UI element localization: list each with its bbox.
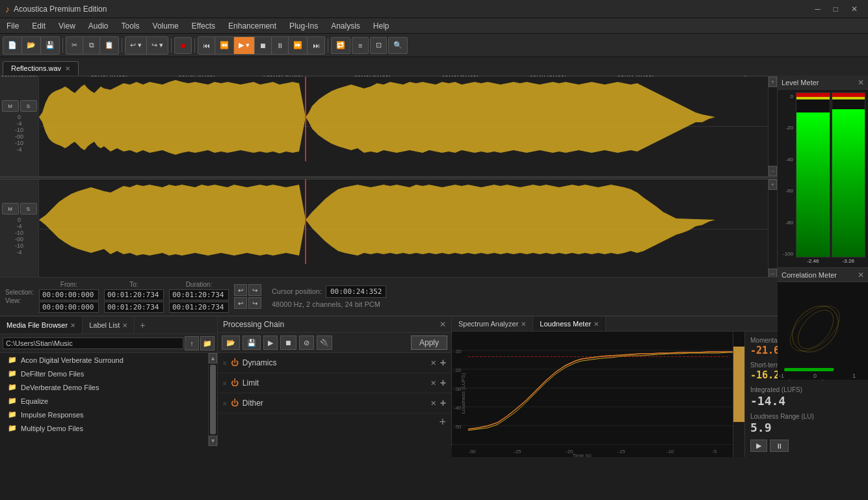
view-duration-input[interactable] (169, 302, 229, 313)
view-from-input[interactable] (39, 302, 99, 313)
play-button[interactable]: ▶ ▾ (234, 37, 255, 54)
stop-button[interactable]: ⏹ (255, 37, 272, 54)
close-button[interactable]: ✕ (846, 3, 863, 15)
spectrum-close-icon[interactable]: ✕ (521, 321, 526, 328)
cut-button[interactable]: ✂ (66, 37, 83, 54)
menu-edit[interactable]: Edit (25, 20, 52, 32)
chain-save-button[interactable]: 💾 (243, 336, 261, 350)
undo-button[interactable]: ↩ ▾ (125, 37, 147, 54)
loudness-play-button[interactable]: ▶ (750, 440, 767, 452)
chain-stop-button[interactable]: ⏹ (280, 336, 296, 350)
view-to-input[interactable] (104, 302, 164, 313)
menu-file[interactable]: File (0, 20, 25, 32)
drag-handle-2[interactable]: ≡ (223, 380, 227, 387)
folder-item-4[interactable]: 📁 Equalize (0, 394, 208, 408)
menu-view[interactable]: View (52, 20, 82, 32)
zoom-in-button[interactable]: + (769, 77, 777, 87)
list-scroll-down[interactable]: ▼ (209, 436, 217, 446)
maximize-button[interactable]: □ (828, 3, 843, 15)
folder-item-1[interactable]: 📁 Acon Digital Verberate Surround (0, 353, 208, 367)
path-browse-button[interactable]: 📁 (200, 336, 215, 350)
selection-duration-input[interactable] (169, 289, 229, 300)
power-btn-3[interactable]: ⏻ (231, 399, 239, 408)
zoom-in2-button[interactable]: + (769, 179, 777, 190)
chain-add-after-3[interactable]: + (440, 397, 446, 409)
track2-mute[interactable]: M (2, 203, 19, 215)
new-button[interactable]: 📄 (3, 37, 22, 54)
track-1-waveform[interactable] (39, 77, 768, 176)
menu-audio[interactable]: Audio (82, 20, 115, 32)
zoom-tool-button[interactable]: 🔍 (388, 37, 408, 54)
menu-plugins[interactable]: Plug-Ins (283, 20, 324, 32)
selection-to-input[interactable] (104, 289, 164, 300)
power-btn-2[interactable]: ⏻ (231, 378, 239, 388)
select-tool-button[interactable]: ⊡ (370, 37, 387, 54)
menu-help[interactable]: Help (367, 20, 396, 32)
spectrum-tab[interactable]: Spectrum Analyzer ✕ (452, 317, 533, 331)
rewind-button[interactable]: ⏪ (215, 37, 234, 54)
menu-effects[interactable]: Effects (185, 20, 222, 32)
loop-button[interactable]: 🔁 (331, 37, 350, 54)
correlation-close[interactable]: ✕ (858, 270, 864, 280)
to-end-button[interactable]: ⏭ (308, 37, 324, 54)
track2-solo[interactable]: S (20, 203, 37, 215)
level-meter-close[interactable]: ✕ (858, 78, 864, 87)
chain-item-dynamics[interactable]: ≡ ⏻ Dynamics ✕ + (218, 353, 451, 373)
view-redo-button[interactable]: ↪ (248, 297, 261, 309)
view-undo-button[interactable]: ↩ (234, 297, 247, 309)
paste-button[interactable]: 📋 (100, 37, 118, 54)
drag-handle-3[interactable]: ≡ (223, 400, 227, 407)
drag-handle-1[interactable]: ≡ (223, 360, 227, 367)
zoom-out2-button[interactable]: − (769, 269, 777, 277)
track1-solo[interactable]: S (20, 100, 37, 112)
label-list-close-icon[interactable]: ✕ (122, 322, 127, 329)
minimize-button[interactable]: ─ (809, 3, 826, 15)
list-scroll-thumb[interactable] (210, 365, 216, 434)
mix-button[interactable]: ≡ (352, 37, 369, 54)
copy-button[interactable]: ⧉ (83, 37, 100, 54)
save-button[interactable]: 💾 (41, 37, 59, 54)
audio-tab[interactable]: Reflections.wav ✕ (3, 61, 79, 75)
chain-add-after-1[interactable]: + (440, 357, 446, 369)
folder-item-2[interactable]: 📁 DeFilter Demo Files (0, 367, 208, 380)
apply-button[interactable]: Apply (411, 336, 447, 350)
tab-close-icon[interactable]: ✕ (65, 65, 70, 72)
chain-play-button[interactable]: ▶ (263, 336, 278, 350)
chain-add-new-button[interactable]: + (439, 416, 446, 428)
menu-volume[interactable]: Volume (146, 20, 185, 32)
sel-redo-button[interactable]: ↪ (248, 284, 261, 296)
chain-open-button[interactable]: 📂 (222, 336, 240, 350)
zoom-out-button[interactable]: − (769, 166, 777, 176)
path-input[interactable] (3, 337, 183, 349)
media-browser-tab[interactable]: Media File Browser ✕ (0, 317, 83, 334)
pause-button[interactable]: ⏸ (272, 37, 289, 54)
to-start-button[interactable]: ⏮ (198, 37, 215, 54)
fast-forward-button[interactable]: ⏩ (289, 37, 308, 54)
selection-from-input[interactable] (39, 289, 99, 300)
folder-item-5[interactable]: 📁 Impulse Responses (0, 408, 208, 421)
power-btn-1[interactable]: ⏻ (231, 358, 239, 367)
track-2-waveform[interactable] (39, 179, 768, 277)
chain-item-dither[interactable]: ≡ ⏻ Dither ✕ + (218, 393, 451, 414)
track1-mute[interactable]: M (2, 100, 19, 112)
chain-bypass-button[interactable]: ⊘ (299, 336, 314, 350)
chain-close-icon[interactable]: ✕ (440, 320, 446, 329)
redo-button[interactable]: ↪ ▾ (147, 37, 168, 54)
loudness-tab[interactable]: Loudness Meter ✕ (533, 317, 606, 331)
open-button[interactable]: 📂 (22, 37, 41, 54)
add-panel-tab-button[interactable]: + (135, 317, 150, 334)
menu-tools[interactable]: Tools (115, 20, 146, 32)
chain-remove-2[interactable]: ✕ (430, 379, 436, 388)
record-button[interactable]: ⏺ (174, 37, 192, 54)
chain-remove-3[interactable]: ✕ (430, 399, 436, 408)
label-list-tab[interactable]: Label List ✕ (83, 317, 135, 334)
menu-enhancement[interactable]: Enhancement (222, 20, 283, 32)
folder-item-3[interactable]: 📁 DeVerberate Demo Files (0, 380, 208, 394)
loudness-pause-button[interactable]: ⏸ (770, 440, 789, 452)
folder-item-6[interactable]: 📁 Multiply Demo Files (0, 421, 208, 435)
media-browser-close-icon[interactable]: ✕ (70, 322, 75, 329)
chain-remove-1[interactable]: ✕ (430, 359, 436, 367)
chain-add-after-2[interactable]: + (440, 377, 446, 389)
list-scroll-up[interactable]: ▲ (209, 353, 217, 363)
chain-device-select[interactable]: 🔌 (317, 336, 332, 350)
